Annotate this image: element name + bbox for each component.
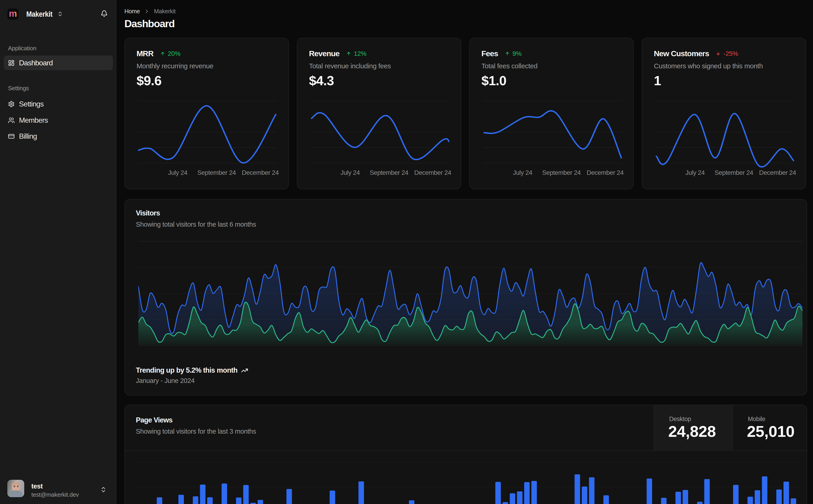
svg-text:m: m (9, 8, 17, 19)
